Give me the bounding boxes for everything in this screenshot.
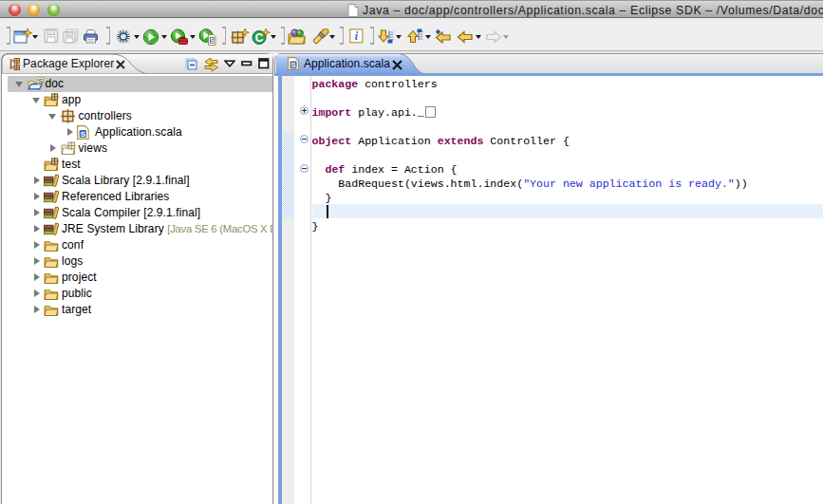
svg-text:C: C: [255, 31, 264, 45]
svg-text:S: S: [291, 61, 296, 69]
svg-text:S: S: [38, 77, 43, 84]
svg-text:S: S: [81, 129, 86, 138]
svg-text:S: S: [210, 37, 215, 44]
